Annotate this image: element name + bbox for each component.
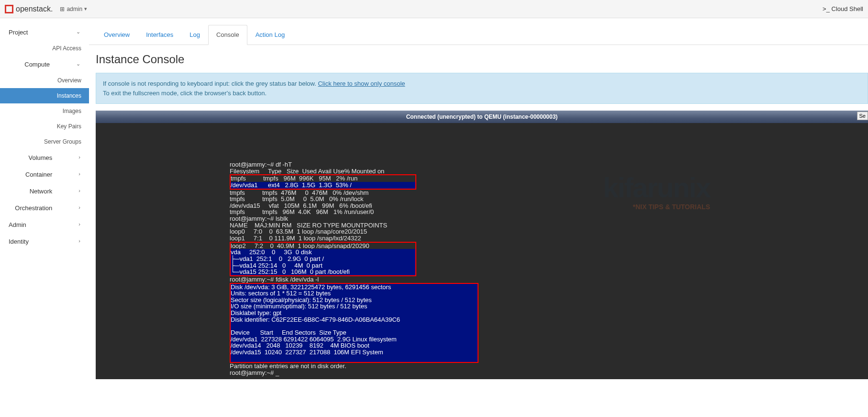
chevron-right-icon: › bbox=[78, 188, 80, 195]
nav-identity-label: Identity bbox=[9, 238, 29, 245]
send-ctrlaltdel-button[interactable]: Se bbox=[857, 112, 868, 120]
alert-line1: If console is not responding to keyboard… bbox=[103, 80, 318, 87]
main-content: Overview Interfaces Log Console Action L… bbox=[89, 18, 868, 379]
watermark: kifarunix bbox=[603, 173, 710, 203]
nav-orch-label: Orchestration bbox=[15, 204, 52, 212]
nav-images[interactable]: Images bbox=[0, 103, 89, 119]
sidebar: Project⌄ API Access Compute⌄ Overview In… bbox=[0, 18, 89, 379]
nav-network[interactable]: Network› bbox=[0, 183, 89, 200]
tabs: Overview Interfaces Log Console Action L… bbox=[89, 25, 868, 45]
vnc-console[interactable]: kifarunix *NIX TIPS & TUTORIALS root@jam… bbox=[96, 123, 868, 379]
domain-selector[interactable]: ⊞ admin ▾ bbox=[60, 6, 87, 12]
chevron-right-icon: › bbox=[78, 238, 80, 245]
nav-overview[interactable]: Overview bbox=[0, 73, 89, 88]
cloud-shell-link[interactable]: >_ Cloud Shell bbox=[823, 5, 863, 12]
nav-project-label: Project bbox=[9, 29, 28, 36]
tab-overview[interactable]: Overview bbox=[96, 25, 138, 45]
brand-logo[interactable]: openstack. bbox=[5, 5, 53, 13]
tab-console[interactable]: Console bbox=[208, 25, 247, 45]
layout: Project⌄ API Access Compute⌄ Overview In… bbox=[0, 18, 868, 379]
nav-keypairs[interactable]: Key Pairs bbox=[0, 119, 89, 134]
openstack-icon bbox=[5, 5, 13, 13]
show-only-console-link[interactable]: Click here to show only console bbox=[318, 80, 405, 87]
nav-compute[interactable]: Compute⌄ bbox=[0, 56, 89, 73]
console-status-bar[interactable]: Connected (unencrypted) to QEMU (instanc… bbox=[96, 111, 868, 123]
console-status-text: Connected (unencrypted) to QEMU (instanc… bbox=[406, 113, 558, 120]
terminal-output: root@jammy:~# df -hT Filesystem Type Siz… bbox=[230, 161, 479, 376]
chevron-right-icon: › bbox=[78, 171, 80, 178]
nav-network-label: Network bbox=[30, 188, 53, 195]
chevron-right-icon: › bbox=[78, 221, 80, 228]
nav-volumes-label: Volumes bbox=[28, 154, 52, 161]
nav-admin-label: Admin bbox=[9, 221, 26, 228]
nav-container[interactable]: Container› bbox=[0, 166, 89, 183]
topbar-left: openstack. ⊞ admin ▾ bbox=[5, 5, 87, 13]
tab-interfaces[interactable]: Interfaces bbox=[138, 25, 181, 45]
chevron-down-icon: ⌄ bbox=[76, 29, 80, 36]
cloudshell-label: >_ Cloud Shell bbox=[823, 5, 863, 12]
topbar: openstack. ⊞ admin ▾ >_ Cloud Shell bbox=[0, 0, 868, 18]
tab-actionlog[interactable]: Action Log bbox=[247, 25, 293, 45]
tab-log[interactable]: Log bbox=[181, 25, 208, 45]
alert-line2: To exit the fullscreen mode, click the b… bbox=[103, 90, 267, 97]
nav-instances[interactable]: Instances bbox=[0, 88, 89, 103]
chevron-right-icon: › bbox=[78, 154, 80, 161]
console-wrap: Connected (unencrypted) to QEMU (instanc… bbox=[96, 111, 868, 379]
chevron-right-icon: › bbox=[78, 204, 80, 212]
chevron-down-icon: ⌄ bbox=[76, 61, 80, 68]
nav-admin[interactable]: Admin› bbox=[0, 216, 89, 233]
domain-icon: ⊞ bbox=[60, 6, 65, 12]
domain-name: admin bbox=[67, 6, 82, 12]
watermark-sub: *NIX TIPS & TUTORIALS bbox=[633, 203, 710, 211]
nav-identity[interactable]: Identity› bbox=[0, 233, 89, 250]
page-title: Instance Console bbox=[89, 45, 868, 73]
nav-orchestration[interactable]: Orchestration› bbox=[0, 200, 89, 216]
brand-text: openstack. bbox=[16, 5, 53, 13]
nav-servergroups[interactable]: Server Groups bbox=[0, 134, 89, 149]
nav-project[interactable]: Project⌄ bbox=[0, 24, 89, 41]
console-alert: If console is not responding to keyboard… bbox=[96, 73, 868, 104]
nav-compute-label: Compute bbox=[24, 61, 50, 68]
chevron-down-icon: ▾ bbox=[84, 6, 87, 12]
nav-api-access[interactable]: API Access bbox=[0, 41, 89, 56]
nav-container-label: Container bbox=[25, 171, 52, 178]
nav-volumes[interactable]: Volumes› bbox=[0, 149, 89, 166]
